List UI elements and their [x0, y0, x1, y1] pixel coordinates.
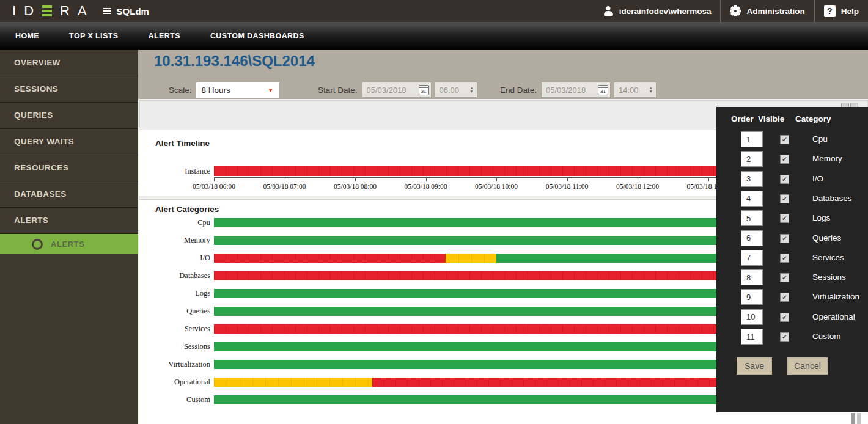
- order-input[interactable]: [741, 289, 763, 305]
- visible-checkbox[interactable]: ✔: [780, 234, 789, 243]
- scrollbar-corner[interactable]: [857, 413, 861, 424]
- critical-segment: [214, 254, 446, 263]
- ok-segment: [214, 360, 779, 369]
- warning-segment: [214, 378, 372, 387]
- scale-label: Scale:: [169, 86, 192, 95]
- config-row-custom: ✔Custom: [716, 329, 868, 346]
- chart-bar-custom: [214, 395, 779, 404]
- axis-tick-label: 05/03/18 07:00: [259, 183, 311, 190]
- order-input[interactable]: [741, 131, 763, 147]
- time-spinner[interactable]: ▲ ▼: [467, 86, 477, 93]
- order-input[interactable]: [741, 191, 763, 207]
- column-header-order: Order: [731, 114, 754, 123]
- sidebar-item-query-waits[interactable]: QUERY WAITS: [0, 129, 138, 155]
- timeline-axis: 05/03/18 06:0005/03/18 07:0005/03/18 08:…: [214, 177, 779, 193]
- hamburger-menu-icon[interactable]: [103, 8, 111, 14]
- nav-item-alerts[interactable]: ALERTS: [148, 32, 180, 40]
- config-category-label: I/O: [812, 174, 823, 183]
- visible-checkbox[interactable]: ✔: [780, 194, 789, 203]
- visible-checkbox[interactable]: ✔: [780, 175, 789, 184]
- axis-tick: [708, 178, 709, 181]
- nav-item-home[interactable]: HOME: [15, 32, 39, 40]
- order-input[interactable]: [741, 250, 763, 266]
- sidebar-item-sessions[interactable]: SESSIONS: [0, 76, 138, 103]
- chart-bar-sessions: [214, 342, 779, 351]
- start-date-field[interactable]: 05/03/2018 31: [362, 82, 432, 98]
- visible-checkbox[interactable]: ✔: [780, 293, 789, 302]
- order-input[interactable]: [741, 269, 763, 285]
- content-header: 10.31.193.146\SQL2014 Scale: 8 Hours ▼ S…: [138, 50, 868, 99]
- chart-row-label: Operational: [139, 378, 210, 387]
- sidebar-subitem-alerts[interactable]: ALERTS: [0, 234, 138, 254]
- save-button[interactable]: Save: [737, 357, 772, 375]
- chart-bar-memory: [214, 236, 779, 245]
- end-time-value: 14:00: [614, 86, 646, 95]
- end-time-field[interactable]: 14:00 ▲ ▼: [614, 82, 657, 98]
- order-input[interactable]: [741, 309, 763, 325]
- nav-item-top-x-lists[interactable]: TOP X LISTS: [69, 32, 118, 40]
- start-date-label: Start Date:: [318, 86, 358, 95]
- visible-checkbox[interactable]: ✔: [780, 214, 789, 223]
- cancel-button[interactable]: Cancel: [787, 357, 828, 375]
- chart-row-label: Virtualization: [139, 360, 210, 369]
- user-icon: [603, 6, 614, 16]
- time-spinner[interactable]: ▲ ▼: [646, 86, 656, 93]
- administration-button[interactable]: Administration: [721, 0, 814, 22]
- app-root: I D R A SQLdm iderainfodev\whermosa: [0, 0, 868, 424]
- sidebar-item-queries[interactable]: QUERIES: [0, 103, 138, 129]
- end-date-label: End Date:: [500, 86, 537, 95]
- chart-bar-services: [214, 324, 779, 334]
- start-date-control: Start Date: 05/03/2018 31 06:00 ▲ ▼: [318, 82, 477, 98]
- calendar-icon[interactable]: 31: [419, 85, 429, 95]
- chart-row-label: I/O: [139, 254, 210, 263]
- axis-tick: [214, 178, 215, 181]
- config-category-label: Sessions: [812, 272, 846, 282]
- visible-checkbox[interactable]: ✔: [780, 273, 789, 282]
- sidebar-item-alerts[interactable]: ALERTS: [0, 208, 138, 234]
- config-row-i-o: ✔I/O: [716, 171, 868, 188]
- order-input[interactable]: [741, 171, 763, 187]
- chart-row-label: Cpu: [139, 218, 210, 227]
- chart-bar-databases: [214, 271, 779, 280]
- chart-row-label: Queries: [139, 307, 210, 316]
- visible-checkbox[interactable]: ✔: [780, 135, 789, 144]
- visible-checkbox[interactable]: ✔: [780, 313, 789, 322]
- config-row-databases: ✔Databases: [716, 191, 868, 208]
- current-user[interactable]: iderainfodev\whermosa: [594, 0, 721, 22]
- visible-checkbox[interactable]: ✔: [780, 332, 789, 342]
- critical-segment: [214, 271, 779, 280]
- logo-letter: A: [78, 3, 87, 19]
- help-button[interactable]: ? Help: [815, 0, 868, 22]
- ok-segment: [214, 342, 779, 351]
- order-input[interactable]: [741, 210, 763, 226]
- visible-checkbox[interactable]: ✔: [780, 155, 789, 164]
- order-input[interactable]: [741, 230, 763, 246]
- scrollbar-corner[interactable]: [851, 413, 855, 424]
- scale-select[interactable]: 8 Hours ▼: [196, 82, 279, 98]
- config-row-logs: ✔Logs: [716, 210, 868, 227]
- axis-tick: [638, 178, 638, 181]
- config-category-label: Logs: [812, 213, 830, 222]
- nav-item-custom-dashboards[interactable]: CUSTOM DASHBOARDS: [210, 32, 304, 40]
- visible-checkbox[interactable]: ✔: [780, 254, 789, 263]
- config-row-virtualization: ✔Virtualization: [716, 289, 868, 306]
- config-row-memory: ✔Memory: [716, 151, 868, 168]
- idera-logo[interactable]: I D R A: [9, 3, 91, 19]
- config-row-cpu: ✔Cpu: [716, 131, 868, 148]
- config-category-label: Memory: [812, 154, 842, 163]
- start-time-field[interactable]: 06:00 ▲ ▼: [435, 82, 477, 98]
- config-category-label: Queries: [812, 233, 841, 243]
- sidebar-item-databases[interactable]: DATABASES: [0, 181, 138, 208]
- sidebar-item-overview[interactable]: OVERVIEW: [0, 50, 138, 76]
- order-input[interactable]: [741, 151, 763, 167]
- config-row-sessions: ✔Sessions: [716, 269, 868, 287]
- config-row-services: ✔Services: [716, 250, 868, 267]
- end-date-field[interactable]: 05/03/2018 31: [541, 82, 611, 98]
- chevron-down-icon: ▼: [268, 87, 274, 93]
- calendar-icon[interactable]: 31: [598, 85, 608, 95]
- gear-icon: [730, 5, 741, 16]
- sidebar-item-resources[interactable]: RESOURCES: [0, 155, 138, 181]
- spinner-down-icon: ▼: [649, 90, 653, 93]
- config-row-operational: ✔Operational: [716, 309, 868, 326]
- order-input[interactable]: [741, 329, 763, 345]
